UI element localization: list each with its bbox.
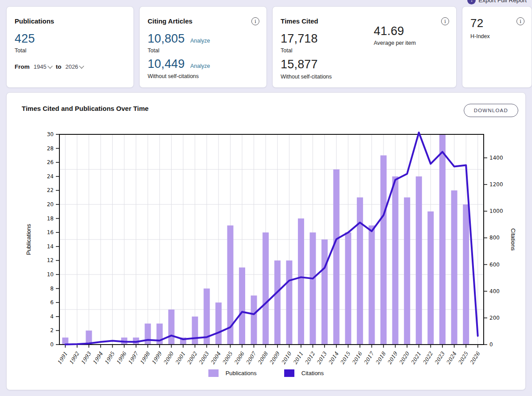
- citing-articles-without-self-value: 10,449: [148, 58, 185, 70]
- publications-bar: [274, 260, 281, 345]
- svg-text:2020: 2020: [398, 350, 411, 365]
- citing-articles-card-title: Citing Articles: [148, 17, 258, 25]
- svg-text:2010: 2010: [280, 350, 293, 365]
- times-cited-average-label: Average per item: [374, 40, 416, 46]
- svg-text:2006: 2006: [233, 350, 246, 365]
- svg-text:2026: 2026: [469, 350, 481, 365]
- times-cited-publications-chart-card: Times Cited and Publications Over Time D…: [6, 92, 526, 390]
- svg-text:2018: 2018: [375, 350, 387, 365]
- analyze-link[interactable]: Analyze: [190, 38, 210, 44]
- svg-text:2024: 2024: [445, 351, 458, 366]
- svg-text:1999: 1999: [150, 350, 163, 365]
- publications-bar: [368, 225, 375, 345]
- publications-bar: [345, 232, 351, 345]
- svg-text:800: 800: [489, 235, 500, 241]
- times-cited-without-self-value: 15,877: [281, 58, 448, 71]
- publications-bar: [404, 197, 410, 345]
- from-label: From: [15, 63, 30, 70]
- legend-item-publications: Publications: [208, 369, 257, 377]
- h-index-card: 72 i H-Index: [462, 6, 532, 88]
- left-axis-title: Publications: [25, 223, 32, 255]
- info-icon[interactable]: i: [251, 17, 259, 25]
- svg-text:24: 24: [47, 173, 54, 180]
- svg-text:2001: 2001: [174, 351, 187, 365]
- h-index-label: H-Index: [470, 33, 524, 39]
- publications-bar: [262, 232, 269, 345]
- analyze-link[interactable]: Analyze: [190, 63, 210, 69]
- svg-text:2003: 2003: [198, 350, 211, 365]
- svg-text:10: 10: [47, 271, 54, 278]
- publications-bar: [439, 134, 446, 345]
- svg-text:1995: 1995: [103, 350, 116, 365]
- publications-bar: [192, 317, 198, 345]
- svg-text:2023: 2023: [433, 350, 446, 365]
- publications-swatch: [208, 369, 219, 377]
- legend-citations-label: Citations: [301, 370, 324, 376]
- h-index-value: 72: [470, 17, 524, 29]
- svg-text:2013: 2013: [316, 350, 329, 365]
- svg-text:400: 400: [489, 288, 500, 294]
- publications-bar: [286, 260, 292, 345]
- times-cited-card-title: Times Cited: [281, 17, 448, 25]
- publications-total-label: Total: [15, 47, 125, 54]
- svg-text:20: 20: [47, 201, 54, 208]
- citations-swatch: [284, 369, 294, 377]
- times-cited-total-value: 17,718: [281, 32, 448, 45]
- chevron-down-icon: [47, 63, 52, 68]
- chevron-down-icon: [79, 63, 84, 68]
- publications-bar: [215, 302, 222, 345]
- to-year-dropdown[interactable]: 2026: [65, 63, 83, 70]
- svg-text:0: 0: [489, 341, 493, 348]
- right-axis-title: Citations: [510, 228, 516, 251]
- svg-text:2005: 2005: [221, 350, 234, 365]
- svg-text:8: 8: [50, 286, 54, 292]
- svg-text:2025: 2025: [457, 350, 470, 365]
- svg-text:2014: 2014: [327, 351, 340, 366]
- svg-text:2: 2: [50, 327, 54, 333]
- svg-text:22: 22: [47, 187, 54, 193]
- export-icon: ↓: [467, 0, 476, 4]
- publications-bar: [251, 295, 257, 345]
- info-icon[interactable]: i: [441, 17, 449, 25]
- svg-text:2002: 2002: [186, 350, 199, 365]
- svg-text:2000: 2000: [162, 350, 175, 365]
- download-button[interactable]: DOWNLOAD: [464, 104, 518, 117]
- info-icon[interactable]: i: [516, 17, 524, 25]
- svg-text:1998: 1998: [139, 350, 152, 365]
- citing-articles-without-self-label: Without self-citations: [148, 73, 258, 79]
- svg-text:18: 18: [47, 216, 54, 222]
- svg-text:2012: 2012: [304, 350, 317, 365]
- publications-bar: [239, 267, 245, 345]
- publications-total-value: 425: [15, 32, 125, 45]
- svg-text:2009: 2009: [268, 350, 281, 365]
- svg-text:6: 6: [50, 299, 54, 306]
- publications-bar: [451, 190, 458, 345]
- svg-text:1991: 1991: [56, 351, 69, 365]
- svg-text:2007: 2007: [245, 350, 258, 365]
- times-cited-without-self-label: Without self-citations: [281, 74, 448, 80]
- times-cited-publications-chart: 0246810121416182022242628300200400600800…: [7, 124, 526, 370]
- publications-bar: [357, 197, 363, 345]
- from-year-dropdown[interactable]: 1945: [34, 63, 52, 70]
- svg-text:1994: 1994: [92, 351, 104, 366]
- svg-text:2017: 2017: [363, 350, 376, 365]
- legend-item-citations: Citations: [284, 369, 324, 377]
- publications-bar: [310, 232, 316, 345]
- publications-bar: [463, 204, 469, 345]
- chart-title: Times Cited and Publications Over Time: [22, 105, 149, 112]
- publications-bar: [416, 176, 422, 345]
- from-year-value: 1945: [34, 63, 47, 70]
- export-full-report-button[interactable]: ↓ Export Full Report: [467, 0, 527, 5]
- publications-bar: [333, 169, 340, 345]
- to-year-value: 2026: [65, 63, 78, 70]
- publications-bar: [392, 176, 399, 345]
- svg-text:1992: 1992: [68, 350, 81, 365]
- summary-cards-row: Publications 425 Total From 1945 to 2026…: [6, 6, 532, 88]
- svg-text:2019: 2019: [386, 350, 399, 365]
- publications-card-title: Publications: [15, 17, 125, 25]
- svg-text:1993: 1993: [80, 350, 93, 365]
- svg-text:1400: 1400: [489, 155, 503, 161]
- publications-bar: [380, 155, 387, 345]
- svg-text:2022: 2022: [422, 350, 434, 365]
- publications-bar: [298, 219, 304, 345]
